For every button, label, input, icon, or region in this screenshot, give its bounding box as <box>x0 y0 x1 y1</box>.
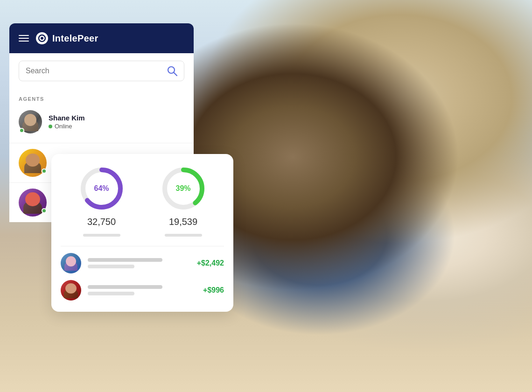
user-list-item-2[interactable]: +$996 <box>61 280 224 301</box>
donut-2: 39% <box>160 165 207 212</box>
user-list: +$2,492 +$996 <box>61 253 224 301</box>
agent-status: Online <box>49 123 85 130</box>
status-dot <box>49 125 52 128</box>
stat-item-1: 64% 32,750 <box>78 165 125 237</box>
svg-line-4 <box>174 73 177 76</box>
list-avatar-red <box>61 280 81 301</box>
search-input[interactable] <box>26 67 162 75</box>
sidebar-header: IntelePeer <box>9 23 194 53</box>
logo-icon <box>35 32 49 45</box>
list-bar-name-1 <box>88 258 162 262</box>
online-dot-purple <box>42 208 47 213</box>
stat-value-2: 19,539 <box>169 217 197 227</box>
list-avatar-blue <box>61 253 81 273</box>
stats-card: 64% 32,750 39% 19,539 <box>51 154 233 312</box>
donut-label-purple: 64% <box>94 184 109 193</box>
online-indicator <box>19 128 24 133</box>
agents-label: AGENTS <box>19 96 184 102</box>
list-bar-name-2 <box>88 285 162 289</box>
list-bar-sub-2 <box>88 292 134 295</box>
agents-section: AGENTS Shane Kim Online <box>9 89 194 143</box>
user-list-item-1[interactable]: +$2,492 <box>61 253 224 273</box>
search-input-wrapper[interactable] <box>19 61 184 81</box>
search-icon <box>167 66 177 76</box>
donut-1: 64% <box>78 165 125 212</box>
online-dot-yellow <box>42 168 47 174</box>
logo-area: IntelePeer <box>35 32 98 45</box>
list-amount-1: +$2,492 <box>197 259 224 267</box>
list-bar-sub-1 <box>88 265 134 268</box>
stat-bar-2 <box>165 234 202 237</box>
hamburger-menu-button[interactable] <box>19 35 29 42</box>
divider <box>61 246 224 246</box>
stats-row: 64% 32,750 39% 19,539 <box>61 165 224 237</box>
stat-bar-1 <box>83 234 120 237</box>
agent-info-shane: Shane Kim Online <box>49 114 85 130</box>
svg-point-2 <box>41 37 43 40</box>
agent-row-featured[interactable]: Shane Kim Online <box>19 108 184 135</box>
list-amount-2: +$996 <box>203 286 224 294</box>
agent-avatar-shane <box>19 110 42 133</box>
list-info-2 <box>88 285 196 295</box>
list-info-1 <box>88 258 190 268</box>
search-area <box>9 53 194 89</box>
donut-label-green: 39% <box>175 184 190 193</box>
logo-text: IntelePeer <box>52 33 98 44</box>
agent-name: Shane Kim <box>49 114 85 122</box>
stat-value-1: 32,750 <box>87 217 116 227</box>
stat-item-2: 39% 19,539 <box>160 165 207 237</box>
